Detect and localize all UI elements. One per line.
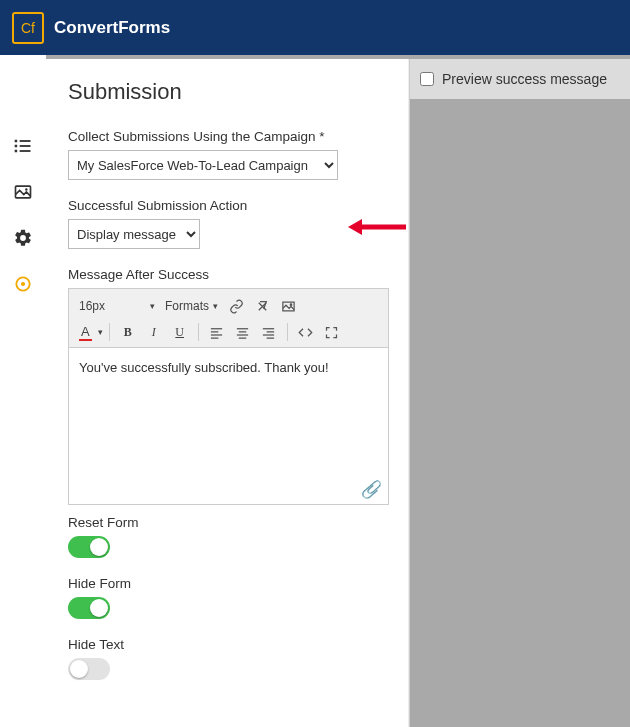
- action-label: Successful Submission Action: [68, 198, 389, 213]
- action-select[interactable]: Display message: [68, 219, 200, 249]
- align-center-icon: [235, 325, 250, 340]
- formats-label: Formats: [165, 299, 209, 313]
- textcolor-icon: A: [79, 324, 92, 341]
- fontsize-value: 16px: [79, 299, 105, 313]
- reset-toggle[interactable]: [68, 536, 110, 558]
- align-center-button[interactable]: [231, 321, 255, 343]
- hideform-label: Hide Form: [68, 576, 389, 591]
- clear-format-icon: [255, 299, 270, 314]
- separator: [109, 323, 110, 341]
- caret-down-icon: ▾: [150, 301, 155, 311]
- align-right-button[interactable]: [257, 321, 281, 343]
- align-left-icon: [209, 325, 224, 340]
- panel-title: Submission: [68, 79, 389, 105]
- image-button[interactable]: [276, 295, 300, 317]
- resize-handle-icon[interactable]: 📎: [361, 479, 382, 500]
- reset-label: Reset Form: [68, 515, 389, 530]
- campaign-select[interactable]: My SalesForce Web-To-Lead Campaign: [68, 150, 338, 180]
- svg-rect-4: [15, 145, 17, 148]
- rich-text-editor: 16px ▾ Formats ▾: [68, 288, 389, 505]
- brand-logo: Cf: [12, 12, 44, 44]
- formats-dropdown[interactable]: Formats ▾: [161, 295, 222, 317]
- preview-label: Preview success message: [442, 71, 607, 87]
- svg-rect-5: [15, 150, 17, 153]
- submission-panel: Submission Collect Submissions Using the…: [46, 59, 410, 727]
- editor-text: You've successfully subscribed. Thank yo…: [79, 360, 329, 375]
- image-icon: [281, 299, 296, 314]
- bold-button[interactable]: B: [116, 321, 140, 343]
- code-button[interactable]: [294, 321, 318, 343]
- link-button[interactable]: [224, 295, 248, 317]
- sidebar-item-settings[interactable]: [12, 227, 34, 249]
- hidetext-toggle[interactable]: [68, 658, 110, 680]
- svg-point-9: [21, 282, 25, 286]
- svg-rect-3: [15, 140, 17, 143]
- sidebar-item-design[interactable]: [12, 181, 34, 203]
- message-label: Message After Success: [68, 267, 389, 282]
- gear-icon: [13, 228, 33, 248]
- fontsize-dropdown[interactable]: 16px ▾: [75, 295, 159, 317]
- clear-format-button[interactable]: [250, 295, 274, 317]
- link-icon: [229, 299, 244, 314]
- image-icon: [13, 182, 33, 202]
- svg-point-11: [290, 303, 292, 305]
- code-icon: [298, 325, 313, 340]
- brand-name: ConvertForms: [54, 18, 170, 38]
- list-icon: [13, 136, 33, 156]
- svg-point-7: [25, 188, 28, 191]
- textcolor-dropdown[interactable]: A ▾: [75, 321, 103, 343]
- fullscreen-button[interactable]: [320, 321, 344, 343]
- brand-logo-text: Cf: [21, 20, 35, 36]
- editor-toolbar: 16px ▾ Formats ▾: [69, 289, 388, 348]
- sidebar-item-submission[interactable]: [12, 273, 34, 295]
- caret-down-icon: ▾: [98, 327, 103, 337]
- hidetext-label: Hide Text: [68, 637, 389, 652]
- caret-down-icon: ▾: [213, 301, 218, 311]
- left-sidebar: [0, 55, 46, 727]
- italic-button[interactable]: I: [142, 321, 166, 343]
- underline-button[interactable]: U: [168, 321, 192, 343]
- align-right-icon: [261, 325, 276, 340]
- preview-toolbar: Preview success message: [410, 59, 630, 99]
- align-left-button[interactable]: [205, 321, 229, 343]
- separator: [198, 323, 199, 341]
- fullscreen-icon: [324, 325, 339, 340]
- preview-checkbox[interactable]: [420, 72, 434, 86]
- campaign-label: Collect Submissions Using the Campaign *: [68, 129, 389, 144]
- sidebar-item-fields[interactable]: [12, 135, 34, 157]
- target-icon: [13, 274, 33, 294]
- hideform-toggle[interactable]: [68, 597, 110, 619]
- editor-content[interactable]: You've successfully subscribed. Thank yo…: [69, 348, 388, 504]
- top-bar: Cf ConvertForms: [0, 0, 630, 55]
- separator: [287, 323, 288, 341]
